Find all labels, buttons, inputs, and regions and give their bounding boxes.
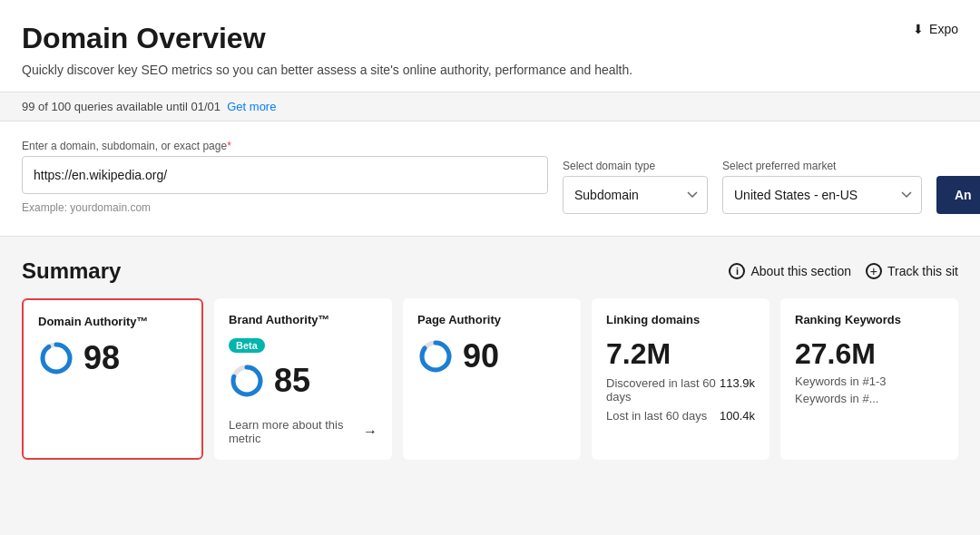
linking-stat2-value: 100.4k: [720, 409, 755, 423]
linking-domains-title: Linking domains: [606, 313, 755, 326]
ranking-keywords-title: Ranking Keywords: [795, 313, 944, 326]
summary-actions: i About this section + Track this sit: [729, 263, 958, 279]
brand-authority-donut: [229, 363, 265, 399]
domain-example: Example: yourdomain.com: [22, 201, 548, 214]
market-field: Select preferred market United States - …: [722, 160, 922, 214]
summary-section: Summary i About this section + Track thi…: [0, 237, 980, 460]
export-label: Expo: [929, 22, 958, 36]
domain-authority-title: Domain Authority™: [38, 315, 187, 328]
svg-point-5: [422, 343, 449, 370]
download-icon: ⬇: [913, 22, 924, 36]
summary-cards: Domain Authority™ 98 Brand Authority™ Be…: [22, 298, 958, 460]
page-authority-title: Page Authority: [417, 313, 566, 326]
market-label: Select preferred market: [722, 160, 922, 172]
domain-type-label: Select domain type: [563, 160, 708, 172]
learn-more-link[interactable]: Learn more about this metric →: [229, 418, 377, 445]
summary-title: Summary: [22, 258, 121, 284]
get-more-link[interactable]: Get more: [227, 100, 276, 113]
page-authority-metric: 90: [417, 337, 566, 375]
analyze-button[interactable]: An: [936, 176, 980, 214]
linking-stat2: Lost in last 60 days 100.4k: [606, 409, 755, 423]
ranking-keywords-value: 27.6M: [795, 337, 944, 371]
linking-stat1-label: Discovered in last 60 days: [606, 376, 720, 404]
page-authority-donut: [417, 338, 454, 374]
plus-icon: +: [866, 263, 882, 279]
track-site-link[interactable]: + Track this sit: [866, 263, 958, 279]
queries-bar: 99 of 100 queries available until 01/01 …: [0, 92, 980, 122]
summary-header: Summary i About this section + Track thi…: [22, 258, 958, 284]
domain-authority-value: 98: [83, 339, 120, 377]
domain-field-group: Enter a domain, subdomain, or exact page…: [22, 140, 548, 214]
domain-input[interactable]: [22, 156, 548, 194]
linking-stat1-value: 113.9k: [720, 376, 755, 404]
export-button[interactable]: ⬇ Expo: [913, 22, 958, 36]
page-authority-value: 90: [463, 337, 499, 375]
linking-stat2-label: Lost in last 60 days: [606, 409, 707, 423]
brand-authority-title: Brand Authority™: [229, 313, 377, 326]
linking-domains-card: Linking domains 7.2M Discovered in last …: [592, 298, 769, 460]
about-section-label: About this section: [750, 264, 851, 278]
search-section: Enter a domain, subdomain, or exact page…: [0, 122, 980, 237]
page-subtitle: Quickly discover key SEO metrics so you …: [22, 63, 958, 77]
domain-authority-card: Domain Authority™ 98: [22, 298, 203, 460]
svg-point-1: [43, 345, 70, 372]
brand-authority-value: 85: [274, 362, 310, 400]
market-select[interactable]: United States - en-US United Kingdom - e…: [722, 176, 922, 214]
rank2-label: Keywords in #...: [795, 392, 944, 405]
linking-stat1: Discovered in last 60 days 113.9k: [606, 376, 755, 404]
domain-label: Enter a domain, subdomain, or exact page…: [22, 140, 548, 152]
learn-more-text: Learn more about this metric: [229, 418, 358, 445]
beta-badge: Beta: [229, 338, 265, 353]
page-title: Domain Overview: [22, 22, 958, 55]
domain-type-select[interactable]: Root domain Subdomain Exact page: [563, 176, 708, 214]
domain-authority-donut: [38, 340, 74, 376]
page-authority-card: Page Authority 90: [403, 298, 581, 460]
ranking-keywords-card: Ranking Keywords 27.6M Keywords in #1-3 …: [780, 298, 958, 460]
linking-domains-value: 7.2M: [606, 337, 755, 371]
info-icon: i: [729, 263, 745, 279]
brand-authority-card: Brand Authority™ Beta 85 Learn more abou…: [214, 298, 392, 460]
domain-type-field: Select domain type Root domain Subdomain…: [563, 160, 708, 214]
queries-text: 99 of 100 queries available until 01/01: [22, 100, 220, 113]
track-site-label: Track this sit: [887, 264, 958, 278]
brand-authority-metric: 85: [229, 362, 377, 400]
arrow-icon: →: [363, 423, 377, 440]
domain-authority-metric: 98: [38, 339, 187, 377]
rank1-label: Keywords in #1-3: [795, 374, 944, 388]
about-section-link[interactable]: i About this section: [729, 263, 851, 279]
